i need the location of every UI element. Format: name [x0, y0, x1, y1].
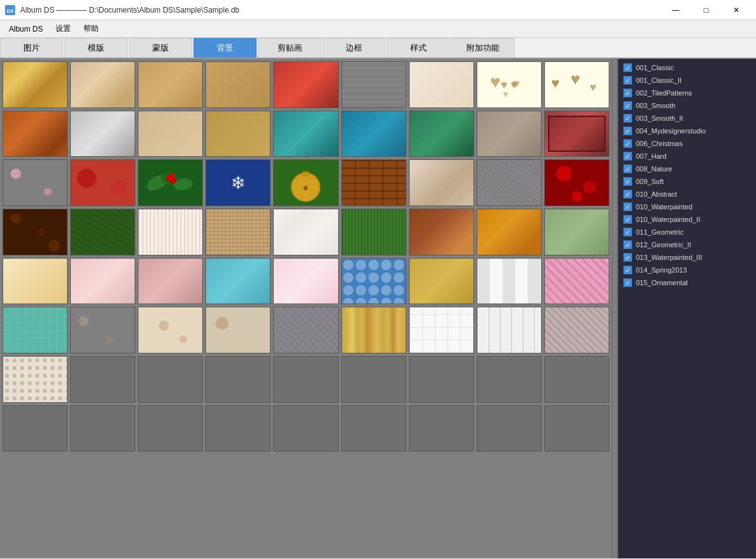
tab-photos[interactable]: 图片: [0, 38, 63, 58]
texture-item[interactable]: [409, 111, 474, 157]
sidebar-checkbox[interactable]: [623, 126, 632, 135]
texture-item[interactable]: [477, 258, 542, 305]
texture-item[interactable]: [477, 159, 542, 206]
sidebar-checkbox[interactable]: [623, 101, 632, 110]
tab-styles[interactable]: 样式: [387, 38, 450, 58]
texture-item[interactable]: [205, 307, 271, 353]
texture-item[interactable]: [273, 209, 338, 255]
sidebar-item-christmas[interactable]: 006_Christmas: [618, 137, 756, 150]
sidebar-checkbox[interactable]: [623, 190, 632, 199]
sidebar-checkbox[interactable]: [623, 215, 632, 224]
sidebar-checkbox[interactable]: [623, 240, 632, 249]
texture-item[interactable]: [205, 159, 271, 206]
sidebar-item-classic2[interactable]: 001_Classic_II: [618, 74, 756, 87]
texture-item[interactable]: ●: [273, 159, 338, 206]
sidebar-checkbox[interactable]: [623, 139, 632, 148]
minimize-button[interactable]: —: [661, 0, 690, 20]
texture-item[interactable]: [409, 209, 474, 255]
texture-item[interactable]: [3, 159, 68, 206]
menu-settings[interactable]: 设置: [49, 21, 77, 37]
texture-item[interactable]: [273, 61, 338, 108]
sidebar-checkbox[interactable]: [623, 89, 632, 97]
texture-item[interactable]: [138, 307, 203, 353]
sidebar-checkbox[interactable]: [623, 253, 632, 262]
texture-grid-area[interactable]: ♥ ♥ ♥ ♥ ♥ ♥: [0, 59, 612, 558]
texture-item[interactable]: [341, 159, 406, 206]
texture-item[interactable]: [409, 61, 474, 108]
tab-masks[interactable]: 蒙版: [129, 38, 192, 58]
sidebar-item-tiledpatterns[interactable]: 002_TiledPatterns: [618, 87, 756, 99]
texture-item[interactable]: [3, 258, 68, 305]
texture-item[interactable]: [341, 209, 406, 255]
close-button[interactable]: ✕: [722, 0, 751, 20]
texture-item[interactable]: [409, 159, 474, 206]
sidebar-item-soft[interactable]: 009_Soft: [618, 175, 756, 188]
texture-item[interactable]: [138, 159, 203, 206]
texture-item[interactable]: [3, 111, 68, 157]
texture-item[interactable]: ♥ ♥ ♥: [477, 61, 542, 108]
sidebar-item-waterpainted3[interactable]: 013_Waterpainted_III: [618, 251, 756, 264]
sidebar-item-nature[interactable]: 008_Nature: [618, 163, 756, 175]
texture-item[interactable]: [138, 111, 203, 157]
texture-item[interactable]: [273, 307, 338, 353]
sidebar-item-smooth[interactable]: 003_Smooth: [618, 99, 756, 112]
menu-albumds[interactable]: Album DS: [3, 22, 49, 36]
texture-item[interactable]: [70, 111, 135, 157]
texture-item[interactable]: [273, 258, 338, 305]
texture-item[interactable]: [3, 307, 68, 353]
texture-item[interactable]: [138, 258, 203, 305]
sidebar-checkbox[interactable]: [623, 266, 632, 274]
texture-item[interactable]: [477, 209, 542, 255]
texture-item[interactable]: [544, 209, 609, 255]
menu-help[interactable]: 帮助: [77, 21, 105, 37]
sidebar-item-smooth2[interactable]: 003_Smooth_II: [618, 112, 756, 125]
texture-item[interactable]: [70, 258, 135, 305]
sidebar-item-classic[interactable]: 001_Classic: [618, 61, 756, 74]
texture-item[interactable]: [205, 111, 271, 157]
texture-item[interactable]: [205, 258, 271, 305]
sidebar-checkbox[interactable]: [623, 177, 632, 186]
texture-item[interactable]: [3, 61, 68, 108]
sidebar-item-ornamental[interactable]: 015_Ornamental: [618, 276, 756, 289]
sidebar-checkbox[interactable]: [623, 164, 632, 173]
sidebar-item-geometric2[interactable]: 012_Geometric_II: [618, 238, 756, 251]
sidebar-checkbox[interactable]: [623, 76, 632, 85]
texture-item[interactable]: [205, 209, 271, 255]
texture-item[interactable]: [70, 307, 135, 353]
texture-item[interactable]: [3, 209, 68, 255]
texture-item[interactable]: [544, 159, 609, 206]
tab-extra[interactable]: 附加功能: [451, 38, 515, 58]
texture-item[interactable]: [341, 307, 406, 353]
texture-item[interactable]: [273, 111, 338, 157]
texture-item[interactable]: [70, 159, 135, 206]
texture-item[interactable]: [205, 61, 271, 108]
sidebar-checkbox[interactable]: [623, 152, 632, 161]
texture-item[interactable]: [341, 258, 406, 305]
texture-item[interactable]: [341, 111, 406, 157]
sidebar-item-hard[interactable]: 007_Hard: [618, 150, 756, 163]
texture-item[interactable]: [477, 111, 542, 157]
texture-item[interactable]: [138, 61, 203, 108]
sidebar-checkbox[interactable]: [623, 114, 632, 123]
sidebar-item-abstract[interactable]: 010_Abstract: [618, 188, 756, 200]
texture-item[interactable]: [544, 111, 609, 157]
sidebar-checkbox[interactable]: [623, 278, 632, 287]
texture-item[interactable]: [3, 356, 68, 403]
texture-item[interactable]: [544, 307, 609, 353]
sidebar-checkbox[interactable]: [623, 228, 632, 236]
sidebar-checkbox[interactable]: [623, 202, 632, 211]
sidebar-item-mydesignerstudio[interactable]: 004_Mydesignerstudio: [618, 125, 756, 137]
sidebar-item-spring2013[interactable]: 014_Spring2013: [618, 264, 756, 276]
tab-clipart[interactable]: 剪贴画: [258, 38, 321, 58]
texture-item[interactable]: [70, 209, 135, 255]
texture-item[interactable]: [544, 258, 609, 305]
tab-backgrounds[interactable]: 背景: [193, 38, 257, 58]
texture-item[interactable]: [341, 61, 406, 108]
sidebar-checkbox[interactable]: [623, 63, 632, 72]
sidebar-item-geometric[interactable]: 011_Geometric: [618, 226, 756, 238]
tab-templates[interactable]: 模版: [64, 38, 128, 58]
texture-item[interactable]: [138, 209, 203, 255]
texture-item[interactable]: [409, 258, 474, 305]
maximize-button[interactable]: □: [692, 0, 721, 20]
tab-borders[interactable]: 边框: [322, 38, 386, 58]
